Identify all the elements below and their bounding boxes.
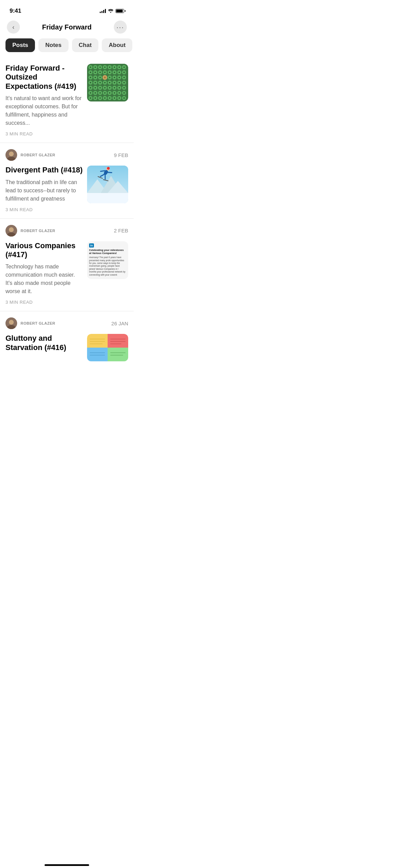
svg-point-14 <box>119 67 120 68</box>
svg-point-84 <box>95 92 96 94</box>
post-read-time-417: 3 MIN READ <box>5 300 83 305</box>
post-thumbnail-418 <box>87 166 128 203</box>
svg-point-131 <box>9 227 14 232</box>
svg-point-82 <box>90 92 91 94</box>
linkedin-body: niversary! The past 6 years have present… <box>89 256 126 276</box>
back-button[interactable]: ‹ <box>7 21 20 34</box>
svg-point-62 <box>119 82 120 83</box>
svg-point-28 <box>114 72 115 73</box>
tab-chat[interactable]: Chat <box>72 38 99 52</box>
svg-point-78 <box>119 87 120 88</box>
post-date-417: 2 FEB <box>114 228 128 233</box>
svg-point-20 <box>95 72 96 73</box>
post-text-418: Divergent Path (#418) The traditional pa… <box>5 166 83 212</box>
svg-rect-139 <box>108 348 128 361</box>
tab-notes[interactable]: Notes <box>38 38 68 52</box>
svg-rect-136 <box>87 334 108 348</box>
linkedin-heading: Celebrating your milestones at Various C… <box>89 249 126 255</box>
post-text-416: Gluttony and Starvation (#416) <box>5 334 83 355</box>
post-title-419: Friday Forward - Outsized Expectations (… <box>5 64 83 91</box>
svg-point-56 <box>104 82 106 83</box>
svg-point-10 <box>109 67 110 68</box>
post-author-row-417: ROBERT GLAZER 2 FEB <box>5 225 128 237</box>
tacks-image <box>87 64 128 101</box>
svg-point-100 <box>95 97 96 99</box>
svg-point-30 <box>119 72 120 73</box>
post-excerpt-417: Technology has made communication much e… <box>5 263 83 296</box>
skier-image <box>87 166 128 203</box>
post-title-418: Divergent Path (#418) <box>5 166 83 174</box>
post-author-row-418: ROBERT GLAZER 9 FEB <box>5 149 128 161</box>
post-text-417: Various Companies (#417) Technology has … <box>5 241 83 305</box>
svg-point-108 <box>114 97 115 99</box>
avatar-417 <box>5 225 17 237</box>
tab-posts[interactable]: Posts <box>5 38 35 52</box>
more-icon: ··· <box>117 24 124 31</box>
post-read-time-419: 3 MIN READ <box>5 131 83 136</box>
svg-point-24 <box>104 72 106 73</box>
svg-point-106 <box>109 97 110 99</box>
svg-point-134 <box>9 320 14 325</box>
tabs-container: Posts Notes Chat About <box>0 38 134 58</box>
post-read-time-418: 3 MIN READ <box>5 207 83 212</box>
post-thumbnail-417: in Celebrating your milestones at Variou… <box>87 241 128 279</box>
post-content-419: Friday Forward - Outsized Expectations (… <box>5 64 128 136</box>
post-content-416: Gluttony and Starvation (#416) <box>5 334 128 372</box>
post-author-row-416: ROBERT GLAZER 26 JAN <box>5 317 128 329</box>
author-name-418: ROBERT GLAZER <box>21 153 55 157</box>
post-text-419: Friday Forward - Outsized Expectations (… <box>5 64 83 136</box>
svg-point-46 <box>119 77 120 78</box>
svg-point-68 <box>95 87 96 88</box>
svg-point-54 <box>99 82 101 83</box>
post-date-418: 9 FEB <box>114 152 128 158</box>
post-title-416: Gluttony and Starvation (#416) <box>5 334 83 352</box>
status-time: 9:41 <box>10 8 21 14</box>
svg-point-114 <box>9 152 14 156</box>
svg-point-44 <box>114 77 115 78</box>
post-item[interactable]: ROBERT GLAZER 9 FEB Divergent Path (#418… <box>0 143 134 218</box>
svg-point-102 <box>99 97 101 99</box>
more-button[interactable]: ··· <box>114 21 127 34</box>
post-item[interactable]: ROBERT GLAZER 26 JAN Gluttony and Starva… <box>0 311 134 378</box>
post-content-418: Divergent Path (#418) The traditional pa… <box>5 166 128 212</box>
battery-icon <box>116 9 124 13</box>
svg-point-42 <box>109 77 110 78</box>
posts-list: Friday Forward - Outsized Expectations (… <box>0 58 134 378</box>
svg-rect-120 <box>87 193 128 203</box>
header-title: Friday Forward <box>42 23 92 31</box>
svg-point-112 <box>123 97 125 99</box>
svg-point-72 <box>104 87 106 88</box>
author-name-416: ROBERT GLAZER <box>21 321 55 325</box>
svg-point-34 <box>90 77 91 78</box>
svg-point-26 <box>109 72 110 73</box>
svg-point-8 <box>104 67 106 68</box>
svg-rect-138 <box>87 348 108 361</box>
author-left-416: ROBERT GLAZER <box>5 317 55 329</box>
author-left-418: ROBERT GLAZER <box>5 149 55 161</box>
post-item[interactable]: ROBERT GLAZER 2 FEB Various Companies (#… <box>0 219 134 312</box>
svg-point-104 <box>104 97 106 99</box>
svg-point-48 <box>123 77 125 78</box>
svg-point-36 <box>95 77 96 78</box>
avatar-416 <box>5 317 17 329</box>
svg-point-66 <box>90 87 91 88</box>
post-item[interactable]: Friday Forward - Outsized Expectations (… <box>0 58 134 143</box>
avatar-418 <box>5 149 17 161</box>
post-title-417: Various Companies (#417) <box>5 241 83 260</box>
svg-point-22 <box>99 72 101 73</box>
svg-point-50 <box>90 82 91 83</box>
svg-point-6 <box>99 67 101 68</box>
svg-point-94 <box>119 92 120 94</box>
svg-point-90 <box>109 92 110 94</box>
svg-point-16 <box>123 67 125 68</box>
linkedin-image: in Celebrating your milestones at Variou… <box>87 241 128 279</box>
svg-rect-137 <box>108 334 128 348</box>
post-excerpt-418: The traditional path in life can lead to… <box>5 178 83 203</box>
tab-about[interactable]: About <box>102 38 132 52</box>
svg-point-60 <box>114 82 115 83</box>
svg-point-38 <box>99 77 101 78</box>
post-date-416: 26 JAN <box>111 321 128 326</box>
post-thumbnail-416 <box>87 334 128 372</box>
svg-point-76 <box>114 87 115 88</box>
status-icons <box>100 8 124 14</box>
